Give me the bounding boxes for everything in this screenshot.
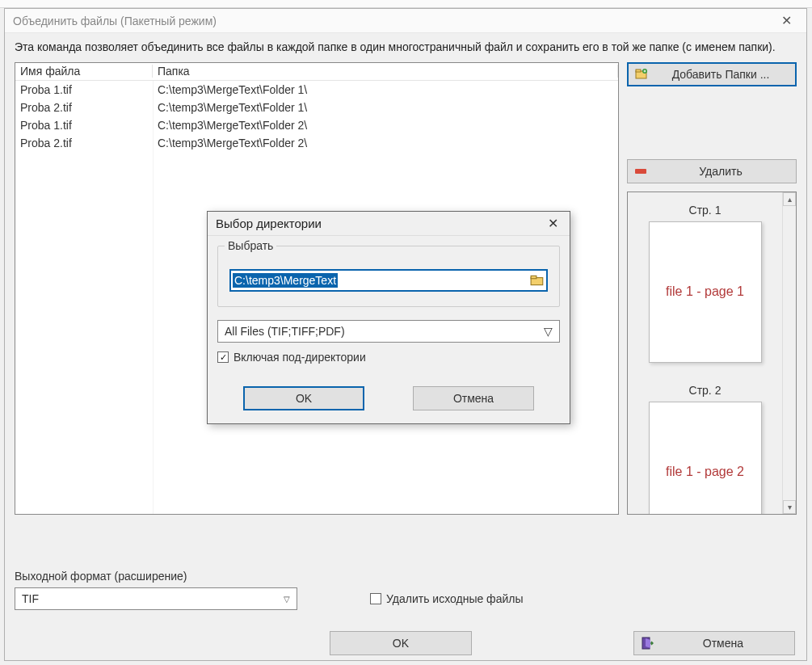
dialog-close-button[interactable]: ✕ (544, 216, 562, 231)
cell-name: Proba 2.tif (15, 137, 153, 149)
path-input-value: C:\temp3\MergeText (233, 273, 338, 288)
titlebar: Объединить файлы (Пакетный режим) ✕ (5, 9, 806, 33)
folder-add-icon (635, 68, 648, 81)
ruler-strip (0, 0, 812, 8)
bottom-section: Выходной формат (расширение) TIF ▽ Удали… (5, 563, 806, 660)
checkbox-checked-icon: ✓ (217, 351, 229, 363)
table-row[interactable]: Proba 1.tif C:\temp3\MergeText\Folder 2\ (15, 116, 618, 134)
dialog-title-text: Выбор директории (216, 217, 544, 230)
cell-name: Proba 1.tif (15, 119, 153, 132)
checkbox-box-icon (370, 593, 381, 604)
output-format-value: TIF (22, 592, 39, 605)
include-subdirs-checkbox[interactable]: ✓ Включая под-директории (217, 351, 560, 364)
path-group-legend: Выбрать (225, 239, 276, 252)
dialog-cancel-label: Отмена (453, 392, 494, 405)
dialog-ok-label: OK (296, 392, 312, 405)
browse-folder-icon[interactable] (530, 273, 545, 288)
dialog-buttons: OK Отмена (208, 377, 570, 423)
main-cancel-button[interactable]: Отмена (633, 631, 795, 655)
preview-page-label: Стр. 2 (636, 384, 774, 397)
delete-originals-checkbox[interactable]: Удалить исходные файлы (370, 592, 523, 605)
preview-page-label: Стр. 1 (636, 204, 774, 217)
window-close-button[interactable]: ✕ (774, 13, 798, 28)
cell-name: Proba 2.tif (15, 101, 153, 114)
cell-folder: C:\temp3\MergeText\Folder 1\ (153, 101, 618, 114)
preview-page-thumb[interactable]: file 1 - page 2 (649, 402, 762, 514)
directory-dialog: Выбор директории ✕ Выбрать C:\temp3\Merg… (207, 211, 570, 424)
add-folders-button[interactable]: Добавить Папки ... (627, 62, 797, 86)
dialog-cancel-button[interactable]: Отмена (413, 386, 534, 410)
ok-label: OK (393, 637, 409, 650)
cell-folder: C:\temp3\MergeText\Folder 1\ (153, 83, 618, 96)
door-exit-icon (641, 637, 654, 650)
preview-page-thumb[interactable]: file 1 - page 1 (649, 221, 762, 363)
preview-page-block: Стр. 1 file 1 - page 1 (636, 204, 774, 363)
preview-page-block: Стр. 2 file 1 - page 2 (636, 384, 774, 514)
file-filter-combo[interactable]: All Files (TIF;TIFF;PDF) ▽ (217, 320, 560, 343)
table-row[interactable]: Proba 1.tif C:\temp3\MergeText\Folder 1\ (15, 81, 618, 99)
main-ok-button[interactable]: OK (330, 631, 472, 655)
output-format-combo[interactable]: TIF ▽ (15, 587, 297, 610)
remove-label: Удалить (652, 165, 789, 178)
table-header: Имя файла Папка (15, 63, 618, 81)
remove-button[interactable]: Удалить (627, 159, 797, 183)
svg-marker-5 (646, 638, 650, 648)
right-column: Добавить Папки ... Удалить Стр. 1 file 1… (627, 62, 797, 515)
svg-rect-1 (636, 69, 641, 72)
table-row[interactable]: Proba 2.tif C:\temp3\MergeText\Folder 1\ (15, 99, 618, 116)
preview-page-content: file 1 - page 1 (666, 284, 744, 299)
remove-icon (634, 165, 647, 178)
path-group: Выбрать C:\temp3\MergeText (217, 246, 560, 307)
preview-scrollbar[interactable]: ▴ ▾ (782, 192, 796, 514)
include-subdirs-label: Включая под-директории (234, 351, 366, 364)
svg-rect-7 (531, 276, 536, 278)
column-header-folder[interactable]: Папка (153, 65, 618, 78)
path-input[interactable]: C:\temp3\MergeText (229, 269, 548, 292)
chevron-down-icon: ▽ (544, 325, 553, 338)
dialog-titlebar: Выбор директории ✕ (208, 212, 570, 236)
dialog-ok-button[interactable]: OK (243, 386, 364, 410)
window-title: Объединить файлы (Пакетный режим) (13, 15, 774, 27)
svg-rect-3 (635, 169, 646, 174)
cancel-label: Отмена (658, 637, 788, 650)
spacer (627, 86, 797, 159)
preview-page-content: file 1 - page 2 (666, 465, 744, 479)
preview-pane: Стр. 1 file 1 - page 1 Стр. 2 file 1 - p… (627, 192, 797, 515)
chevron-down-icon: ▽ (284, 595, 290, 604)
description-text: Эта команда позволяет объединить все фай… (5, 33, 806, 62)
main-window: Объединить файлы (Пакетный режим) ✕ Эта … (4, 8, 807, 661)
delete-originals-label: Удалить исходные файлы (386, 592, 523, 605)
preview-scroll: Стр. 1 file 1 - page 1 Стр. 2 file 1 - p… (628, 192, 782, 514)
scroll-up-icon[interactable]: ▴ (783, 192, 796, 206)
column-header-name[interactable]: Имя файла (15, 65, 153, 78)
table-row[interactable]: Proba 2.tif C:\temp3\MergeText\Folder 2\ (15, 134, 618, 152)
scroll-down-icon[interactable]: ▾ (783, 500, 796, 514)
filter-value: All Files (TIF;TIFF;PDF) (225, 325, 345, 338)
cell-name: Proba 1.tif (15, 83, 153, 96)
cell-folder: C:\temp3\MergeText\Folder 2\ (153, 137, 618, 149)
add-folders-label: Добавить Папки ... (653, 68, 789, 81)
cell-folder: C:\temp3\MergeText\Folder 2\ (153, 119, 618, 132)
output-format-label: Выходной формат (расширение) (15, 570, 797, 583)
